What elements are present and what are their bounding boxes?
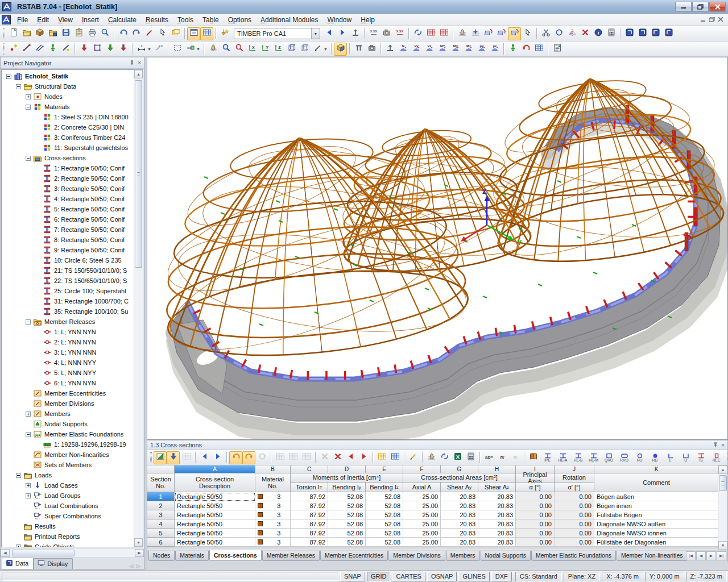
view-in-y-button[interactable]: -Y: [259, 43, 272, 56]
table-tab-materials[interactable]: Materials: [175, 551, 209, 561]
pin-icon[interactable]: [129, 60, 135, 66]
navigator-horizontal-scrollbar[interactable]: ◀ ▶: [1, 548, 144, 558]
expand-icon[interactable]: [26, 483, 31, 488]
tree-item-1-l-ynn-nyn[interactable]: 1: L; YNN NYN: [2, 327, 133, 337]
table-tab-member-releases[interactable]: Member Releases: [262, 551, 320, 561]
cell-it[interactable]: 87.92: [291, 510, 328, 519]
delete-column-right-button[interactable]: [357, 451, 370, 464]
cell-it[interactable]: 87.92: [291, 501, 328, 510]
cell-ay[interactable]: 20.83: [441, 501, 478, 510]
tree-item-sets-of-members[interactable]: Sets of Members: [2, 460, 133, 470]
menu-view[interactable]: View: [53, 15, 77, 25]
tree-item-4-l-nnn-nyy[interactable]: 4: L; NNN NYY: [2, 357, 133, 368]
cell-material[interactable]: 3: [255, 538, 291, 547]
tab-nav-last-icon[interactable]: ▶|: [717, 551, 726, 560]
column-left-button[interactable]: [198, 451, 211, 464]
tree-item-nodes[interactable]: Nodes: [2, 92, 133, 102]
perspective-view-button[interactable]: [298, 43, 311, 56]
mdi-minimize-icon[interactable]: [701, 16, 706, 24]
model-info-button[interactable]: i: [592, 27, 605, 40]
sync-tables-button[interactable]: [438, 451, 451, 464]
viewport-3d[interactable]: ZY: [147, 57, 728, 440]
cell-description[interactable]: Rectangle 50/50: [175, 501, 255, 510]
tree-item-member-non-linearities[interactable]: Member Non-linearities: [2, 450, 133, 460]
cell-it[interactable]: 87.92: [291, 492, 328, 501]
column-header-H[interactable]: H: [478, 465, 516, 473]
tree-item-2-concrete-c25-30-din[interactable]: 2: Concrete C25/30 | DIN: [2, 122, 133, 132]
section-plane-button[interactable]: [352, 43, 365, 56]
expand-icon[interactable]: [26, 94, 31, 99]
tree-item-35-rectangle-100-100-su[interactable]: 35: Rectangle 100/100; Su: [2, 306, 133, 317]
table-colors-button[interactable]: [375, 451, 388, 464]
edit-polyline-button[interactable]: [143, 27, 156, 40]
cell-alpha-prime[interactable]: 0.00: [555, 510, 594, 519]
cell-material[interactable]: 3: [255, 510, 291, 519]
deformed-structure-button[interactable]: [506, 43, 519, 56]
cell-description[interactable]: Rectangle 50/50: [175, 538, 255, 547]
status-toggle-glines[interactable]: GLINES: [458, 572, 489, 581]
cell-iz[interactable]: 52.08: [366, 501, 403, 510]
cell-alpha-prime[interactable]: 0.00: [555, 501, 594, 510]
steel-sections-button[interactable]: [724, 451, 728, 464]
tree-item-member-elastic-foundations[interactable]: Member Elastic Foundations: [2, 429, 133, 439]
menu-table[interactable]: Table: [198, 15, 224, 25]
section-hem-button[interactable]: HE-M: [586, 451, 601, 464]
column-header-K[interactable]: K: [594, 465, 719, 473]
cell-iy[interactable]: 52.08: [328, 492, 366, 501]
collapse-icon[interactable]: [6, 74, 11, 79]
mdi-close-icon[interactable]: [718, 16, 723, 24]
section-rec-button[interactable]: REC: [709, 451, 724, 464]
cell-az[interactable]: 20.83: [478, 510, 516, 519]
cell-description[interactable]: Rectangle 50/50: [175, 492, 255, 501]
copy-row-button[interactable]: [287, 451, 300, 464]
result-mt-button[interactable]: MT: [436, 43, 449, 56]
tree-item-21-ts-150-550-10-10-0-s[interactable]: 21: TS 150/550/10/10/0; S: [2, 265, 133, 276]
cell-ay[interactable]: 20.83: [441, 519, 478, 529]
new-node-button[interactable]: [7, 43, 20, 56]
support-lateral-button[interactable]: [104, 43, 117, 56]
section-rro-button[interactable]: RRO: [617, 451, 632, 464]
cell-az[interactable]: 20.83: [478, 538, 516, 547]
tab-scroll-left-icon[interactable]: ◁: [129, 563, 133, 569]
tree-item-5-l-nnn-nyy[interactable]: 5: L; NNN NYY: [2, 368, 133, 378]
cell-iz[interactable]: 52.08: [366, 529, 403, 538]
cell-comment[interactable]: Bögen innen: [594, 501, 719, 510]
formula-button[interactable]: fx: [495, 451, 508, 464]
chevron-down-icon[interactable]: ▼: [311, 28, 320, 39]
table-tab-cross-sections[interactable]: Cross-sections: [209, 550, 262, 561]
zoom-out-button[interactable]: [233, 43, 246, 56]
tree-item-31-rectangle-1000-700-c[interactable]: 31: Rectangle 1000/700; C: [2, 296, 133, 306]
section-heb-button[interactable]: HE-B: [570, 451, 586, 464]
section-rd-button[interactable]: RD: [647, 451, 663, 464]
tree-item-11-superstahl-gewichtslos[interactable]: 11: Superstahl gewichtslos: [2, 143, 133, 153]
animation-button[interactable]: [519, 43, 532, 56]
new-window-button[interactable]: [169, 27, 182, 40]
export-settings-button[interactable]: [425, 451, 438, 464]
support-rotated-button[interactable]: [117, 43, 130, 56]
table-tab-members[interactable]: Members: [446, 551, 480, 561]
collapse-icon[interactable]: [16, 473, 21, 478]
column-header-D[interactable]: D: [328, 465, 366, 473]
scroll-down-icon[interactable]: ▼: [718, 541, 727, 550]
select-window-button[interactable]: [171, 43, 184, 56]
cell-it[interactable]: 87.92: [291, 529, 328, 538]
result-pz-button[interactable]: pz: [488, 43, 501, 56]
result-py-button[interactable]: py: [475, 43, 488, 56]
cell-a[interactable]: 25.00: [403, 492, 441, 501]
cell-it[interactable]: 87.92: [291, 519, 328, 529]
collapse-icon[interactable]: [26, 319, 31, 325]
cell-material[interactable]: 3: [255, 492, 291, 501]
cell-comment[interactable]: Diagonale NWSO außen: [594, 519, 719, 529]
excel-export-button[interactable]: X: [451, 451, 464, 464]
navigator-tab-display[interactable]: Display: [34, 558, 73, 569]
rotate-model-button[interactable]: [411, 27, 424, 40]
tree-item-22-ts-150-650-10-10-0-s[interactable]: 22: TS 150/650/10/10/0; S: [2, 276, 133, 286]
navigator-close-icon[interactable]: ×: [138, 60, 141, 66]
tree-item-5-rectangle-50-50-conif[interactable]: 5: Rectangle 50/50; Conif: [2, 204, 133, 214]
cell-description[interactable]: Rectangle 50/50: [175, 519, 255, 529]
tree-item-guide-objects[interactable]: Guide Objects: [2, 542, 133, 547]
cell-a[interactable]: 25.00: [403, 529, 441, 538]
expand-icon[interactable]: [26, 411, 31, 417]
scroll-up-icon[interactable]: ▲: [718, 465, 727, 474]
column-header-B[interactable]: B: [255, 465, 291, 473]
